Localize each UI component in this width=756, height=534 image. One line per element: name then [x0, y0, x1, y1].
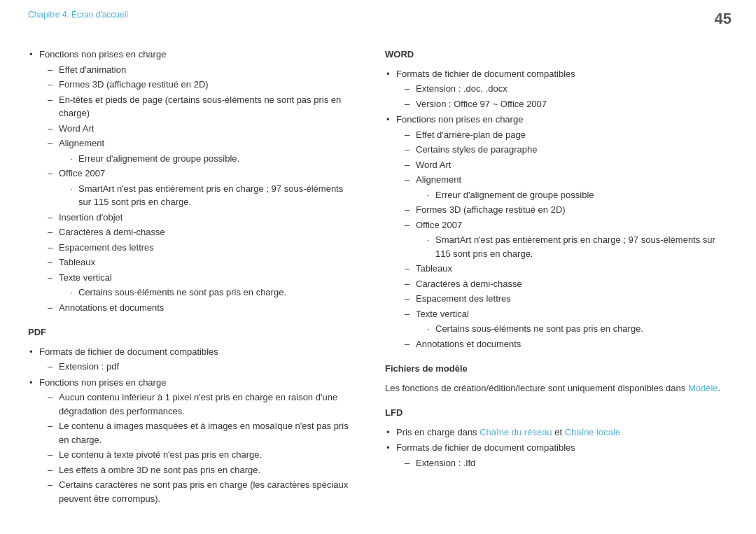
list-item: Tableaux	[48, 255, 357, 269]
list-item: Formats de fichier de document compatibl…	[28, 345, 357, 374]
sub-list: Effet d'arrière-plan de page Certains st…	[405, 128, 728, 351]
sub-list: Effet d'animation Formes 3D (affichage r…	[48, 63, 357, 315]
list-item: Formes 3D (affichage restitué en 2D)	[405, 203, 728, 217]
list-item: Le contenu à images masquées et à images…	[48, 419, 357, 447]
sub-list: Extension : .lfd	[405, 456, 728, 470]
list-item: Formats de fichier de document compatibl…	[385, 67, 728, 111]
list-item: Formats de fichier de document compatibl…	[385, 441, 728, 470]
chaine-reseau-link[interactable]: Chaîne du réseau	[479, 427, 552, 437]
list-item: Certains sous-éléments ne sont pas pris …	[426, 322, 728, 336]
list-item: Certains sous-éléments ne sont pas pris …	[69, 286, 357, 300]
pdf-list: Formats de fichier de document compatibl…	[28, 345, 357, 506]
list-item: Caractères à demi-chasse	[48, 225, 357, 239]
sub-sub-list: SmartArt n'est pas entièrement pris en c…	[69, 182, 357, 209]
content: Fonctions non prises en charge Effet d'a…	[0, 27, 756, 533]
header: Chapitre 4. Écran d'accueil 45	[0, 0, 756, 27]
list-item: Le contenu à texte pivoté n'est pas pris…	[48, 448, 357, 462]
list-item: En-têtes et pieds de page (certains sous…	[48, 93, 357, 120]
modele-link[interactable]: Modèle	[688, 383, 718, 393]
list-item: Certains caractères ne sont pas pris en …	[48, 478, 357, 505]
sub-list: Aucun contenu inférieur à 1 pixel n'est …	[48, 391, 357, 505]
list-item: Alignement Erreur d'alignement de groupe…	[405, 173, 728, 202]
lfd-text-middle: et	[552, 427, 565, 437]
fichiers-section-title: Fichiers de modèle	[385, 362, 728, 376]
list-item: Pris en charge dans Chaîne du réseau et …	[385, 426, 728, 440]
list-item: Annotations et documents	[48, 301, 357, 315]
list-item: Erreur d'alignement de groupe possible.	[69, 152, 357, 166]
list-item: Extension : .lfd	[405, 456, 728, 470]
left-column: Fonctions non prises en charge Effet d'a…	[28, 48, 378, 512]
sub-sub-list: Erreur d'alignement de groupe possible	[426, 188, 728, 202]
sub-sub-list: Certains sous-éléments ne sont pas pris …	[426, 322, 728, 336]
fichiers-text-before: Les fonctions de création/édition/lectur…	[385, 383, 688, 393]
list-item: Espacement des lettres	[405, 292, 728, 306]
list-item: Fonctions non prises en charge Effet d'a…	[385, 113, 728, 351]
page-number: 45	[715, 7, 732, 30]
chaine-locale-link[interactable]: Chaîne locale	[565, 427, 621, 437]
list-item: Extension : pdf	[48, 360, 357, 374]
lfd-list: Pris en charge dans Chaîne du réseau et …	[385, 426, 728, 470]
fichiers-description: Les fonctions de création/édition/lectur…	[385, 381, 728, 395]
right-column: WORD Formats de fichier de document comp…	[378, 48, 728, 512]
sub-sub-list: Erreur d'alignement de groupe possible.	[69, 152, 357, 166]
sub-list: Extension : pdf	[48, 360, 357, 374]
sub-list: Extension : .doc, .docx Version : Office…	[405, 82, 728, 111]
word-list: Formats de fichier de document compatibl…	[385, 67, 728, 351]
list-item: Tableaux	[405, 262, 728, 276]
list-item: SmartArt n'est pas entièrement pris en c…	[426, 233, 728, 260]
list-item: Alignement Erreur d'alignement de groupe…	[48, 136, 357, 165]
list-item: Annotations et documents	[405, 337, 728, 351]
list-item: SmartArt n'est pas entièrement pris en c…	[69, 182, 357, 209]
list-item: Effet d'arrière-plan de page	[405, 128, 728, 142]
list-item: Fonctions non prises en charge Effet d'a…	[28, 48, 357, 314]
word-section-title: WORD	[385, 48, 728, 62]
list-item: Word Art	[48, 122, 357, 136]
lfd-section-title: LFD	[385, 406, 728, 420]
list-item: Texte vertical Certains sous-éléments ne…	[405, 307, 728, 336]
list-item: Effet d'animation	[48, 63, 357, 77]
sub-sub-list: Certains sous-éléments ne sont pas pris …	[69, 286, 357, 300]
list-item: Formes 3D (affichage restitué en 2D)	[48, 78, 357, 92]
list-item: Version : Office 97 ~ Office 2007	[405, 97, 728, 111]
sub-sub-list: SmartArt n'est pas entièrement pris en c…	[426, 233, 728, 260]
list-item-text: Fonctions non prises en charge	[39, 49, 166, 59]
list-item: Fonctions non prises en charge Aucun con…	[28, 376, 357, 506]
list-item: Texte vertical Certains sous-éléments ne…	[48, 271, 357, 300]
list-item: Certains styles de paragraphe	[405, 143, 728, 157]
pdf-section-title: PDF	[28, 325, 357, 339]
list-item: Office 2007 SmartArt n'est pas entièreme…	[48, 167, 357, 209]
list-item: Erreur d'alignement de groupe possible	[426, 188, 728, 202]
breadcrumb: Chapitre 4. Écran d'accueil	[28, 8, 128, 21]
list-item: Aucun contenu inférieur à 1 pixel n'est …	[48, 391, 357, 418]
list-item: Caractères à demi-chasse	[405, 277, 728, 291]
list-item: Les effets à ombre 3D ne sont pas pris e…	[48, 463, 357, 477]
fichiers-text-after: .	[718, 383, 721, 393]
list-item: Office 2007 SmartArt n'est pas entièreme…	[405, 218, 728, 261]
intro-list: Fonctions non prises en charge Effet d'a…	[28, 48, 357, 314]
list-item: Word Art	[405, 158, 728, 172]
list-item: Insertion d'objet	[48, 211, 357, 225]
page: Chapitre 4. Écran d'accueil 45 Fonctions…	[0, 0, 756, 534]
list-item: Extension : .doc, .docx	[405, 82, 728, 96]
lfd-text-before: Pris en charge dans	[396, 427, 479, 437]
list-item: Espacement des lettres	[48, 241, 357, 255]
